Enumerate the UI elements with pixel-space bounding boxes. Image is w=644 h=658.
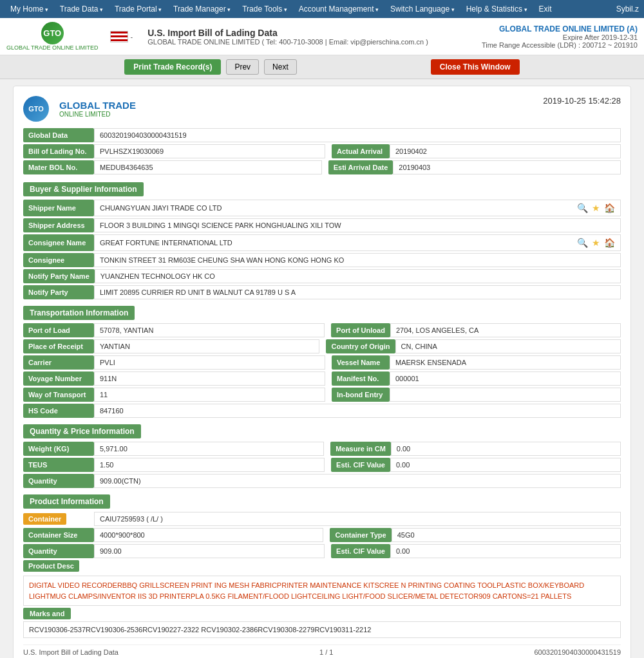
port-load-label: Port of Load	[23, 323, 94, 337]
consignee-search-icon[interactable]: 🔍	[577, 238, 588, 248]
esti-cif2-label: Esti. CIF Value	[331, 544, 390, 558]
hs-code-value: 847160	[94, 404, 621, 418]
carrier-row: Carrier PVLI Vessel Name MAERSK ENSENADA	[23, 355, 621, 370]
notify-party-label: Notify Party	[23, 285, 94, 299]
marks-value: RCV190306-2537RCV190306-2536RCV190227-23…	[23, 621, 621, 638]
nav-trade-tools[interactable]: Trade Tools	[237, 3, 292, 15]
nav-account-management[interactable]: Account Management	[294, 3, 384, 15]
toolbar: Print Trade Record(s) Prev Next Close Th…	[0, 55, 644, 79]
prev-button[interactable]: Prev	[226, 59, 259, 75]
us-flag-icon	[110, 31, 128, 42]
mater-bol-value: MEDUB4364635	[94, 160, 322, 174]
record-logo-subtext: ONLINE LIMITED	[59, 111, 136, 118]
container-badge: Container	[23, 513, 66, 525]
carrier-label: Carrier	[23, 355, 94, 370]
product-desc-value: DIGITAL VIDEO RECORDERBBQ GRILLSCREEN PR…	[23, 576, 621, 606]
container-value: CAIU7259593 ( /L/ )	[94, 512, 621, 526]
container-size-value: 4000*900*800	[94, 528, 323, 542]
actual-arrival-label: Actual Arrival	[332, 144, 390, 158]
shipper-address-value: FLOOR 3 BUILDING 1 MINGQI SCIENCE PARK H…	[94, 218, 621, 232]
close-button[interactable]: Close This Window	[431, 59, 520, 75]
port-unload-value: 2704, LOS ANGELES, CA	[390, 323, 621, 337]
container-type-value: 45G0	[392, 528, 621, 542]
shipper-name-row: Shipper Name CHUANGYUAN JIAYI TRADE CO L…	[23, 200, 621, 216]
vessel-name-label: Vessel Name	[332, 355, 390, 370]
account-info: GLOBAL TRADE ONLINE LIMITED (A) Expire A…	[482, 24, 638, 49]
esti-cif-label: Esti. CIF Value	[331, 458, 390, 472]
place-receipt-value: YANTIAN	[94, 339, 319, 353]
next-button[interactable]: Next	[264, 59, 297, 75]
logo-area: GTO GLOBAL TRADE ONLINE LIMITED - U.S. I…	[6, 22, 428, 51]
current-user: Sybil.z	[616, 5, 639, 14]
inbond-label: In-bond Entry	[332, 388, 390, 402]
top-navigation: My Home Trade Data Trade Portal Trade Ma…	[0, 0, 644, 18]
logo-subtext: GLOBAL TRADE ONLINE LIMITED	[6, 44, 99, 51]
product-quantity-value: 909.00	[94, 544, 325, 558]
consignee-name-label: Consignee Name	[23, 234, 94, 251]
buyer-supplier-section: Buyer & Supplier Information Shipper Nam…	[23, 182, 621, 299]
notify-party-value: LIMIT 20895 CURRIER RD UNIT B WALNUT CA …	[94, 285, 621, 299]
inbond-value	[390, 388, 621, 402]
nav-trade-portal[interactable]: Trade Portal	[109, 3, 167, 15]
nav-menu: My Home Trade Data Trade Portal Trade Ma…	[5, 3, 557, 15]
global-data-row: Global Data 6003201904030000431519	[23, 128, 621, 142]
manifest-value: 000001	[390, 371, 621, 386]
transport-section: Transportation Information Port of Load …	[23, 306, 621, 418]
product-header: Product Information	[23, 494, 110, 509]
footer-title: U.S. Import Bill of Lading Data	[23, 648, 118, 656]
consignee-star-icon[interactable]: ★	[592, 238, 600, 248]
record-footer: U.S. Import Bill of Lading Data 1 / 1 60…	[23, 644, 621, 656]
country-origin-value: CN, CHINA	[395, 339, 621, 353]
nav-trade-data[interactable]: Trade Data	[55, 3, 108, 15]
consignee-row: Consignee TONKIN STREET 31 RM603E CHEUNG…	[23, 253, 621, 267]
mater-bol-row: Mater BOL No. MEDUB4364635 Esti Arrival …	[23, 160, 621, 174]
account-name: GLOBAL TRADE ONLINE LIMITED (A)	[482, 24, 638, 33]
logo-icon: GTO	[41, 22, 64, 44]
nav-my-home[interactable]: My Home	[5, 3, 53, 15]
actual-arrival-value: 20190402	[390, 144, 621, 158]
nav-exit[interactable]: Exit	[534, 3, 557, 15]
quantity-price-header: Quantity & Price Information	[23, 424, 141, 438]
main-content: GTO GLOBAL TRADE ONLINE LIMITED 2019-10-…	[0, 79, 644, 658]
product-desc-section: Product Desc DIGITAL VIDEO RECORDERBBQ G…	[23, 560, 621, 606]
nav-help-statistics[interactable]: Help & Statistics	[461, 3, 533, 15]
footer-page: 1 / 1	[319, 648, 333, 656]
voyage-label: Voyage Number	[23, 371, 94, 386]
consignee-value: TONKIN STREET 31 RM603E CHEUNG SHA WAN H…	[94, 253, 621, 267]
nav-switch-language[interactable]: Switch Language	[385, 3, 460, 15]
place-receipt-label: Place of Receipt	[23, 339, 94, 353]
voyage-row: Voyage Number 911N Manifest No. 000001	[23, 371, 621, 386]
notify-party-name-value: YUANZHEN TECHNOLOGY HK CO	[95, 269, 621, 283]
footer-id: 6003201904030000431519	[534, 648, 621, 656]
quantity-row: Quantity 909.00(CTN)	[23, 474, 621, 488]
nav-trade-manager[interactable]: Trade Manager	[168, 3, 236, 15]
product-desc-label: Product Desc	[23, 560, 79, 572]
account-time-range: Time Range Accessible (LDR) : 200712 ~ 2…	[482, 41, 638, 49]
vessel-name-value: MAERSK ENSENADA	[390, 355, 621, 370]
notify-party-name-row: Notify Party Name YUANZHEN TECHNOLOGY HK…	[23, 269, 621, 283]
shipper-search-icon[interactable]: 🔍	[577, 203, 588, 213]
shipper-star-icon[interactable]: ★	[592, 203, 600, 213]
bol-label: Bill of Lading No.	[23, 144, 94, 158]
transport-header: Transportation Information	[23, 306, 135, 320]
shipper-home-icon[interactable]: 🏠	[604, 203, 615, 213]
product-quantity-row: Quantity 909.00 Esti. CIF Value 0.00	[23, 544, 621, 558]
marks-label: Marks and	[23, 608, 71, 619]
port-load-row: Port of Load 57078, YANTIAN Port of Unlo…	[23, 323, 621, 337]
container-size-row: Container Size 4000*900*800 Container Ty…	[23, 528, 621, 542]
container-type-label: Container Type	[330, 528, 391, 542]
print-button[interactable]: Print Trade Record(s)	[124, 59, 221, 75]
teus-label: TEUS	[23, 458, 94, 472]
place-receipt-row: Place of Receipt YANTIAN Country of Orig…	[23, 339, 621, 353]
voyage-value: 911N	[94, 371, 325, 386]
esti-cif-value: 0.00	[390, 458, 621, 472]
weight-value: 5,971.00	[94, 442, 324, 456]
notify-party-name-label: Notify Party Name	[23, 269, 95, 283]
consignee-home-icon[interactable]: 🏠	[604, 238, 615, 248]
weight-label: Weight (KG)	[23, 442, 94, 456]
flag-area: -	[110, 31, 133, 42]
quantity-price-section: Quantity & Price Information Weight (KG)…	[23, 424, 621, 488]
record-logo: GTO GLOBAL TRADE ONLINE LIMITED	[23, 96, 136, 122]
country-origin-label: Country of Origin	[326, 339, 395, 353]
record-card: GTO GLOBAL TRADE ONLINE LIMITED 2019-10-…	[13, 86, 631, 658]
